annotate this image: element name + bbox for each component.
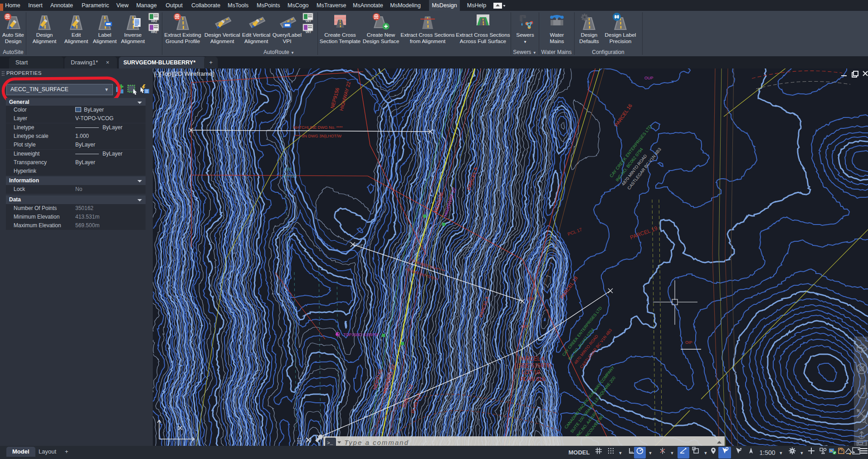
svg-text:HRZ: HRZ — [151, 30, 157, 34]
svg-text:VRT: VRT — [306, 30, 312, 34]
svg-text:**** 9N DWG 3N|LHOT/W: **** 9N DWG 3N|LHOT/W — [294, 134, 341, 138]
svg-text:MATCHLINE DWG No. ****: MATCHLINE DWG No. **** — [293, 125, 343, 130]
svg-text:OIP: OIP — [527, 297, 535, 301]
svg-text:Type a command: Type a command — [344, 439, 409, 446]
svg-text:OIP: OIP — [521, 324, 528, 329]
svg-text:!: ! — [850, 452, 851, 455]
svg-text:[-][Top][2D Wireframe]: [-][Top][2D Wireframe] — [154, 70, 214, 77]
svg-text:OIP: OIP — [685, 340, 692, 345]
svg-text:PLAN 818: PLAN 818 — [520, 376, 545, 382]
svg-text:>_: >_ — [327, 440, 333, 446]
svg-text:SUBLOT 12: SUBLOT 12 — [401, 384, 413, 409]
svg-text:PARCEL 19: PARCEL 19 — [629, 225, 658, 241]
svg-text:OUP: OUP — [644, 76, 653, 80]
svg-text:(SEE S15976): (SEE S15976) — [517, 362, 551, 369]
svg-text:HH: HH — [285, 167, 292, 172]
svg-text:PCL 17: PCL 17 — [567, 227, 583, 237]
svg-text:VRT: VRT — [306, 20, 312, 23]
svg-text:PARCEL 16: PARCEL 16 — [614, 103, 633, 127]
svg-text:PARCEL A: PARCEL A — [519, 356, 545, 362]
svg-text:HRZ: HRZ — [151, 20, 157, 23]
svg-text:HIGHWAY 22: HIGHWAY 22 — [338, 81, 351, 111]
svg-text:WATER: WATER — [283, 174, 297, 178]
svg-text:LOT 19: LOT 19 — [522, 369, 540, 376]
svg-text:TOP15BD S15976*: TOP15BD S15976* — [343, 332, 379, 337]
svg-text:PARCEL A: PARCEL A — [466, 166, 478, 190]
svg-text:PLAN A14: PLAN A14 — [410, 392, 421, 414]
